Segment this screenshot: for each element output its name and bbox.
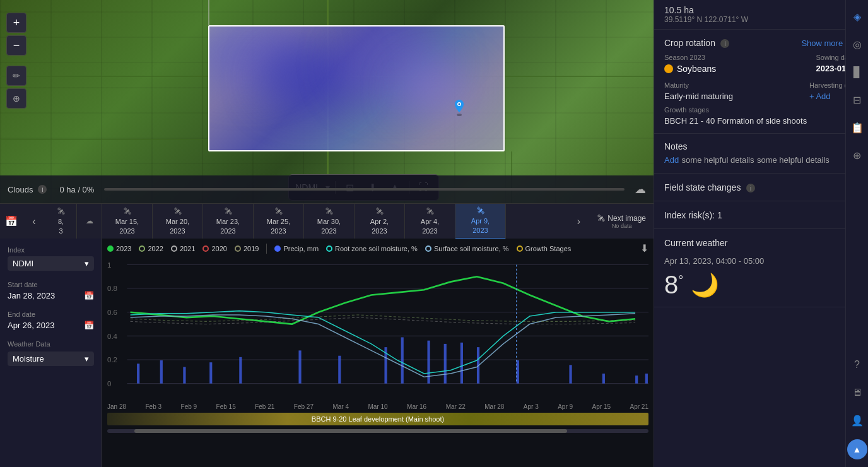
chart-icon[interactable]: ▊ [848, 63, 866, 81]
timeline-prev-button[interactable]: ‹ [23, 204, 45, 239]
no-data-label: No data [612, 223, 632, 229]
legend-2022[interactable]: 2022 [139, 245, 163, 252]
weather-data-label: Weather Data [8, 340, 94, 348]
svg-rect-31 [635, 375, 638, 384]
date-item-4[interactable]: 🛰 Mar 30,2023 [304, 204, 355, 239]
date-timeline: 📅 ‹ 🛰 8,3 ☁ 🛰 Mar 15,2023 🛰 Mar 20,2023 [0, 203, 654, 239]
next-image-button[interactable]: 🛰 Next image No data [590, 204, 654, 239]
legend-root-moisture[interactable]: Root zone soil moisture, % [326, 245, 418, 252]
calendar-icon[interactable]: 📅 [0, 204, 23, 239]
right-toolbar: ◈ ◎ ▊ ⊟ 📋 ⊕ ? 🖥 👤 ▲ [845, 0, 868, 467]
sat-icon-0: 🛰 [124, 207, 131, 216]
legend-2021[interactable]: 2021 [171, 245, 195, 252]
chart-legend: 2023 2022 2021 2020 2019 [102, 239, 654, 258]
date-item-7[interactable]: 🛰 Apr 9,2023 [455, 204, 506, 239]
weather-section-header[interactable]: Current weather ▾ [654, 229, 868, 256]
table-icon[interactable]: ⊟ [848, 91, 866, 109]
date-item-3[interactable]: 🛰 Mar 25,2023 [254, 204, 304, 239]
chart-area: 1 0.8 0.6 0.4 0.2 0 [102, 258, 654, 403]
date-item-1[interactable]: 🛰 Mar 20,2023 [153, 204, 203, 239]
svg-rect-30 [602, 374, 605, 384]
field-state-section: Field state changes i ▾ [654, 174, 868, 201]
legend-growth-stages[interactable]: Growth Stages [517, 245, 572, 252]
maturity-label: Maturity [664, 81, 733, 89]
field-coordinates: 39.5119° N 122.0711° W [664, 15, 858, 24]
download-chart-button[interactable]: ⬇ [640, 242, 648, 254]
zoom-out-button[interactable]: − [6, 35, 26, 56]
start-date-field: Start date Jan 28, 2023 📅 [8, 281, 94, 300]
legend-surface-moisture[interactable]: Surface soil moisture, % [425, 245, 509, 252]
legend-divider [266, 244, 267, 254]
weather-data-select[interactable]: Moisture ▾ [8, 352, 94, 366]
svg-rect-21 [338, 356, 341, 384]
timeline-next-button[interactable]: › [567, 204, 590, 239]
index-chevron: ▾ [85, 259, 89, 268]
monitor-icon[interactable]: 🖥 [848, 384, 866, 401]
chart-scrollbar-container[interactable] [102, 429, 654, 433]
chart-scrollbar[interactable] [107, 429, 648, 433]
field-state-header[interactable]: Field state changes i ▾ [654, 174, 868, 201]
date-item-partial[interactable]: 🛰 8,3 [45, 204, 77, 239]
date-item-cloud[interactable]: ☁ [77, 204, 102, 239]
map-controls: + − ✏ ⊕ [6, 13, 26, 109]
legend-2023[interactable]: 2023 [107, 245, 131, 252]
map-container: + − ✏ ⊕ NDMI ▾ ⊡ ⬇ ▲ ⛶ Clouds i 0 ha / 0… [0, 0, 654, 467]
start-date-input[interactable]: Jan 28, 2023 📅 [8, 291, 94, 300]
clouds-progress-bar [104, 188, 625, 191]
show-more-button[interactable]: Show more [801, 38, 843, 48]
legend-2020[interactable]: 2020 [202, 245, 226, 252]
legend-dot-2022 [139, 245, 145, 252]
clouds-value: 0 ha / 0% [59, 185, 94, 194]
index-select[interactable]: NDMI ▾ [8, 256, 94, 271]
ndmi-map-overlay [208, 25, 505, 151]
legend-dot-2020 [202, 245, 209, 252]
draw-tool-button[interactable]: ✏ [6, 66, 26, 86]
weather-data-field: Weather Data Moisture ▾ [8, 340, 94, 366]
date-label-partial: 8,3 [58, 217, 64, 235]
location-icon[interactable]: ◎ [848, 35, 866, 53]
end-date-input[interactable]: Apr 26, 2023 📅 [8, 321, 94, 330]
zoom-in-button[interactable]: + [6, 13, 26, 33]
clipboard-icon[interactable]: 📋 [848, 119, 866, 136]
layers-icon[interactable]: ◈ [848, 8, 866, 25]
legend-2019[interactable]: 2019 [235, 245, 259, 252]
chart-scrollbar-thumb[interactable] [134, 429, 567, 433]
svg-rect-20 [298, 350, 301, 383]
current-weather-title: Current weather [664, 238, 727, 248]
notes-detail: some helpful details [682, 155, 754, 165]
clouds-info-icon: i [38, 185, 47, 194]
season-row: Season 2023 Soybeans Sowing date 2023-01… [664, 54, 858, 76]
satellite-icon: 🛰 [57, 207, 65, 216]
sat-icon-2: 🛰 [225, 207, 232, 216]
scroll-up-button[interactable]: ▲ [847, 439, 867, 459]
add-note-button[interactable]: Add [664, 155, 679, 165]
date-item-2[interactable]: 🛰 Mar 23,2023 [203, 204, 254, 239]
help-icon[interactable]: ? [848, 356, 866, 374]
svg-text:0.4: 0.4 [107, 333, 118, 340]
season-col-left: Season 2023 Soybeans [664, 54, 716, 76]
svg-rect-26 [460, 343, 463, 384]
field-state-info-icon: i [746, 184, 755, 192]
legend-precip[interactable]: Precip, mm [274, 245, 319, 252]
database-icon[interactable]: ⊕ [848, 146, 866, 164]
index-risk-header[interactable]: Index risk(s): 1 ▾ [654, 201, 868, 228]
growth-stages-label: Growth stages [664, 106, 858, 114]
svg-rect-17 [183, 367, 185, 384]
map-pin[interactable] [453, 100, 466, 116]
person-icon[interactable]: 👤 [848, 411, 866, 429]
svg-rect-29 [569, 365, 572, 383]
start-date-value: Jan 28, 2023 [8, 291, 55, 300]
calendar-icon-end: 📅 [84, 321, 94, 330]
date-item-5[interactable]: 🛰 Apr 2,2023 [355, 204, 405, 239]
chart-container: 2023 2022 2021 2020 2019 [102, 239, 654, 467]
weather-datetime: Apr 13, 2023, 04:00 - 05:00 [654, 256, 868, 271]
date-item-6[interactable]: 🛰 Apr 4,2023 [405, 204, 455, 239]
start-date-label: Start date [8, 281, 94, 288]
date-item-0[interactable]: 🛰 Mar 15,2023 [102, 204, 153, 239]
notes-title: Notes [664, 141, 858, 151]
legend-dot-2021 [171, 245, 177, 252]
end-date-value: Apr 26, 2023 [8, 321, 54, 330]
svg-rect-24 [427, 341, 430, 384]
end-date-field: End date Apr 26, 2023 📅 [8, 310, 94, 330]
target-button[interactable]: ⊕ [6, 88, 26, 109]
